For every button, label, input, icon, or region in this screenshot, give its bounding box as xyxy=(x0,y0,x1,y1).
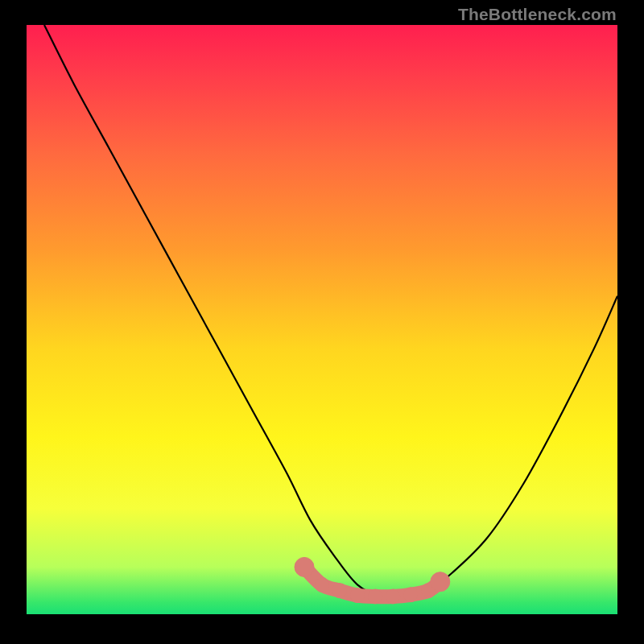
highlight-markers xyxy=(295,557,450,604)
highlight-marker xyxy=(403,588,418,602)
highlight-marker xyxy=(315,577,329,592)
plot-area xyxy=(27,25,617,614)
highlight-marker xyxy=(350,588,365,603)
chart-frame: TheBottleneck.com xyxy=(0,0,644,644)
curve-layer xyxy=(27,25,617,614)
highlight-marker xyxy=(295,557,314,576)
highlight-marker xyxy=(368,589,382,604)
highlight-marker xyxy=(386,589,400,604)
watermark-text: TheBottleneck.com xyxy=(458,5,617,24)
highlight-marker xyxy=(332,584,347,598)
bottleneck-curve xyxy=(44,25,617,597)
highlight-marker xyxy=(431,572,450,592)
